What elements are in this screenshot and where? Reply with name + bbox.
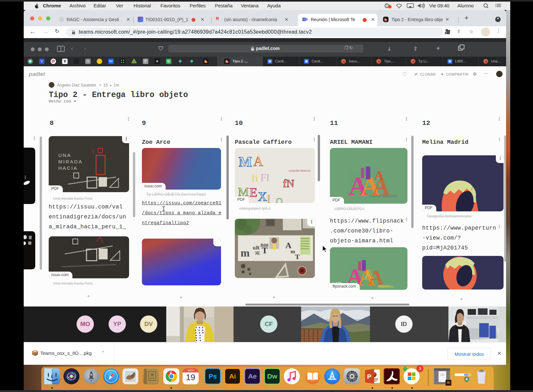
svg-text:X: X [258,189,267,203]
svg-text:Leopoldo Betsons: Leopoldo Betsons [289,169,310,172]
svg-text:M: M [239,154,252,170]
svg-text:ɿ: ɿ [92,148,94,154]
svg-text:T: T [262,245,268,255]
svg-text:HACIA: HACIA [58,165,78,171]
svg-text:Q: Q [276,196,283,203]
svg-text:A: A [365,267,373,281]
svg-text:fN: fN [283,177,294,189]
svg-text:uR: uR [253,245,260,251]
svg-text:UNA: UNA [58,152,71,158]
svg-text:m: m [241,247,250,259]
svg-text:AMANI AIMARIC: AMANI AIMARIC [370,194,397,198]
svg-text:3E: 3E [255,250,260,256]
svg-text:T: T [303,18,305,21]
svg-text:A: A [374,168,384,183]
svg-text:A: A [253,154,263,169]
svg-text:fi: fi [251,172,258,184]
svg-text:AIMARA ▷: AIMARA ▷ [378,285,394,288]
svg-text:FI: FI [260,172,269,183]
svg-text:T: T [295,253,300,261]
svg-text:P: P [367,373,371,380]
svg-text:m: m [291,249,295,255]
svg-text:MIRADA: MIRADA [58,159,83,164]
svg-text:!: ! [267,193,271,203]
svg-text:E: E [250,185,257,200]
